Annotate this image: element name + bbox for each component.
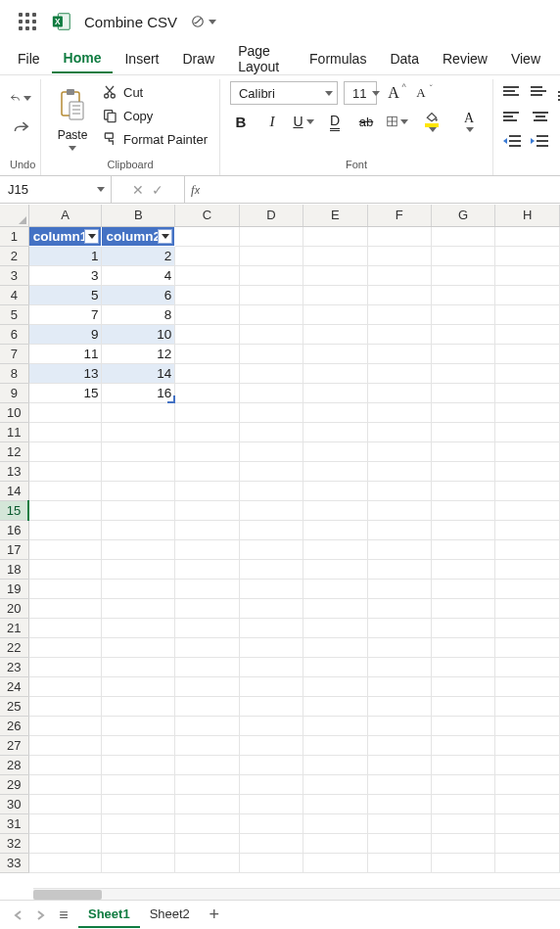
cell[interactable] bbox=[495, 422, 560, 441]
row-header[interactable]: 29 bbox=[0, 774, 28, 794]
cell[interactable] bbox=[239, 696, 303, 716]
cell[interactable] bbox=[495, 657, 560, 676]
cell[interactable] bbox=[175, 598, 239, 618]
spreadsheet-grid[interactable]: ABCDEFGH1column1column221233445657869107… bbox=[0, 205, 560, 873]
cell[interactable] bbox=[303, 363, 367, 383]
cell[interactable] bbox=[175, 422, 239, 441]
cell[interactable] bbox=[175, 344, 239, 363]
cell[interactable] bbox=[102, 755, 175, 774]
cell[interactable] bbox=[495, 676, 560, 696]
cell[interactable]: 4 bbox=[102, 265, 175, 285]
cell[interactable] bbox=[431, 559, 495, 579]
row-header[interactable]: 11 bbox=[0, 422, 28, 441]
cell[interactable] bbox=[28, 481, 102, 500]
double-underline-button[interactable]: D bbox=[324, 111, 346, 132]
column-header[interactable]: A bbox=[28, 205, 102, 226]
tab-page-layout[interactable]: Page Layout bbox=[226, 37, 298, 80]
cell[interactable] bbox=[431, 716, 495, 735]
cell[interactable] bbox=[367, 716, 431, 735]
row-header[interactable]: 17 bbox=[0, 539, 28, 559]
cell[interactable] bbox=[303, 324, 367, 344]
tab-file[interactable]: File bbox=[8, 45, 52, 72]
cell[interactable] bbox=[28, 774, 102, 794]
cell[interactable] bbox=[102, 520, 175, 539]
cell[interactable] bbox=[102, 422, 175, 441]
cell[interactable] bbox=[175, 559, 239, 579]
cell[interactable] bbox=[431, 539, 495, 559]
row-header[interactable]: 24 bbox=[0, 676, 28, 696]
cell[interactable]: 16 bbox=[102, 383, 175, 402]
cell[interactable] bbox=[303, 285, 367, 304]
cell[interactable] bbox=[175, 833, 239, 853]
cell[interactable] bbox=[239, 813, 303, 833]
cell[interactable] bbox=[102, 853, 175, 872]
cell[interactable] bbox=[367, 481, 431, 500]
cell[interactable] bbox=[495, 579, 560, 598]
align-top-button[interactable] bbox=[503, 81, 523, 101]
select-all-corner[interactable] bbox=[0, 205, 28, 226]
cell[interactable] bbox=[495, 226, 560, 246]
cell[interactable] bbox=[239, 285, 303, 304]
row-header[interactable]: 32 bbox=[0, 833, 28, 853]
underline-button[interactable]: U bbox=[293, 111, 314, 132]
cell[interactable] bbox=[303, 735, 367, 755]
cell[interactable] bbox=[495, 246, 560, 265]
cell[interactable] bbox=[495, 716, 560, 735]
cell[interactable] bbox=[28, 794, 102, 813]
cell[interactable] bbox=[495, 696, 560, 716]
cell[interactable] bbox=[367, 657, 431, 676]
tab-formulas[interactable]: Formulas bbox=[298, 45, 378, 72]
document-title[interactable]: Combine CSV bbox=[84, 14, 177, 30]
cell[interactable] bbox=[28, 500, 102, 520]
cell[interactable] bbox=[367, 344, 431, 363]
cell[interactable] bbox=[303, 696, 367, 716]
next-sheet-button[interactable] bbox=[31, 906, 49, 924]
cell[interactable] bbox=[239, 657, 303, 676]
cell[interactable] bbox=[367, 500, 431, 520]
cell[interactable] bbox=[239, 755, 303, 774]
row-header[interactable]: 27 bbox=[0, 735, 28, 755]
row-header[interactable]: 4 bbox=[0, 285, 28, 304]
cell[interactable] bbox=[495, 833, 560, 853]
cell[interactable] bbox=[102, 402, 175, 422]
cell[interactable] bbox=[431, 735, 495, 755]
cell[interactable] bbox=[431, 794, 495, 813]
cell[interactable] bbox=[495, 402, 560, 422]
cell[interactable] bbox=[431, 853, 495, 872]
cell[interactable] bbox=[303, 461, 367, 481]
cell[interactable] bbox=[495, 813, 560, 833]
cell[interactable] bbox=[495, 441, 560, 461]
cell[interactable] bbox=[175, 285, 239, 304]
cell[interactable] bbox=[28, 441, 102, 461]
align-middle-button[interactable] bbox=[531, 81, 550, 101]
cell[interactable] bbox=[175, 324, 239, 344]
cell[interactable] bbox=[28, 520, 102, 539]
cell[interactable] bbox=[239, 559, 303, 579]
cell[interactable] bbox=[28, 735, 102, 755]
row-header[interactable]: 5 bbox=[0, 304, 28, 324]
cell[interactable]: 5 bbox=[28, 285, 102, 304]
cell[interactable] bbox=[495, 461, 560, 481]
column-header[interactable]: D bbox=[239, 205, 303, 226]
cell[interactable] bbox=[102, 441, 175, 461]
cell[interactable] bbox=[175, 657, 239, 676]
cell[interactable] bbox=[239, 363, 303, 383]
cell[interactable] bbox=[239, 324, 303, 344]
cell[interactable] bbox=[431, 637, 495, 657]
cell[interactable] bbox=[303, 716, 367, 735]
cell[interactable]: 7 bbox=[28, 304, 102, 324]
enter-formula-icon[interactable]: ✓ bbox=[152, 182, 163, 198]
cell[interactable] bbox=[431, 598, 495, 618]
copy-button[interactable]: Copy bbox=[100, 107, 210, 124]
cell[interactable] bbox=[303, 344, 367, 363]
row-header[interactable]: 25 bbox=[0, 696, 28, 716]
cell[interactable] bbox=[303, 441, 367, 461]
cell[interactable] bbox=[367, 618, 431, 637]
cell[interactable] bbox=[102, 676, 175, 696]
column-header[interactable]: G bbox=[431, 205, 495, 226]
align-left-button[interactable] bbox=[503, 107, 523, 126]
tab-review[interactable]: Review bbox=[431, 45, 499, 72]
cell[interactable] bbox=[175, 441, 239, 461]
cell[interactable] bbox=[495, 539, 560, 559]
cell[interactable] bbox=[303, 422, 367, 441]
